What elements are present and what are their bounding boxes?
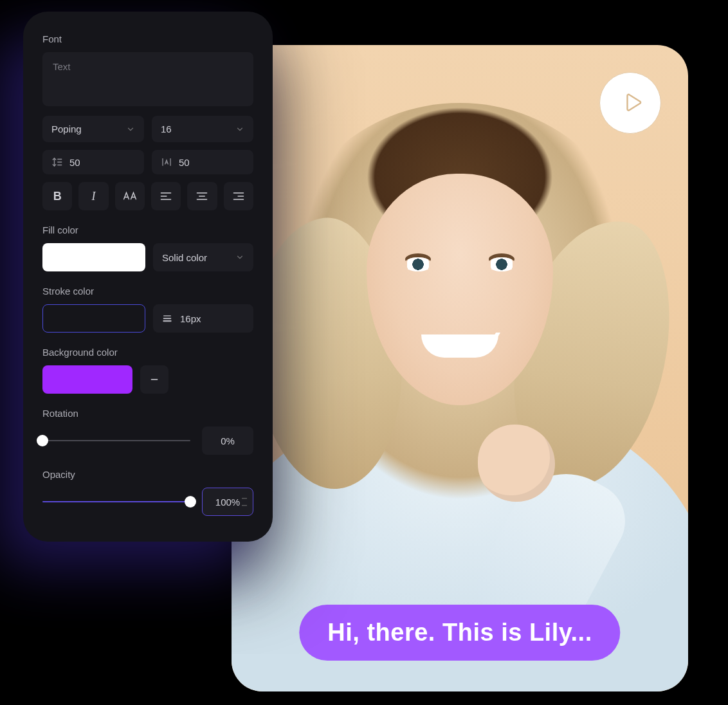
stroke-color-swatch[interactable] bbox=[42, 304, 145, 333]
align-center-button[interactable] bbox=[187, 182, 217, 210]
align-center-icon bbox=[196, 191, 208, 201]
font-label: Font bbox=[42, 33, 253, 44]
letter-spacing-value[interactable] bbox=[179, 157, 244, 168]
font-section: Font Poping 16 bbox=[42, 33, 253, 210]
stroke-color-section: Stroke color 16px bbox=[42, 286, 253, 333]
rotation-section: Rotation 0% bbox=[42, 408, 253, 455]
remove-background-button[interactable] bbox=[140, 365, 168, 394]
italic-icon: I bbox=[91, 190, 95, 203]
opacity-value[interactable]: 100% bbox=[202, 488, 253, 516]
play-button[interactable] bbox=[599, 72, 661, 134]
font-family-value: Poping bbox=[51, 124, 82, 134]
font-family-select[interactable]: Poping bbox=[42, 116, 144, 142]
fill-color-section: Fill color Solid color bbox=[42, 224, 253, 271]
background-color-section: Background color bbox=[42, 347, 253, 394]
letter-spacing-input[interactable] bbox=[152, 150, 253, 174]
caption-text: Hi, there. This is Lily... bbox=[327, 619, 592, 646]
chevron-down-icon bbox=[235, 253, 244, 262]
rotation-label: Rotation bbox=[42, 408, 253, 419]
line-height-icon bbox=[51, 156, 63, 168]
text-case-icon bbox=[123, 190, 137, 202]
letter-spacing-icon bbox=[161, 156, 172, 168]
play-icon bbox=[617, 91, 644, 114]
fill-mode-value: Solid color bbox=[162, 252, 207, 263]
align-left-icon bbox=[159, 191, 172, 201]
line-height-input[interactable] bbox=[42, 150, 144, 174]
align-right-icon bbox=[232, 191, 245, 201]
background-color-label: Background color bbox=[42, 347, 253, 358]
rotation-value[interactable]: 0% bbox=[202, 426, 253, 455]
stroke-width-input[interactable]: 16px bbox=[153, 304, 253, 333]
rotation-slider[interactable] bbox=[42, 432, 190, 450]
align-right-button[interactable] bbox=[224, 182, 253, 210]
photo-smile bbox=[415, 314, 505, 355]
bold-icon: B bbox=[53, 190, 62, 203]
stroke-width-icon bbox=[162, 313, 172, 324]
caption-pill: Hi, there. This is Lily... bbox=[299, 605, 620, 661]
fill-color-label: Fill color bbox=[42, 224, 253, 235]
fill-color-swatch[interactable] bbox=[42, 243, 145, 271]
fill-mode-select[interactable]: Solid color bbox=[153, 243, 253, 271]
font-size-select[interactable]: 16 bbox=[152, 116, 253, 142]
stroke-color-label: Stroke color bbox=[42, 286, 253, 297]
italic-button[interactable]: I bbox=[78, 182, 108, 210]
bold-button[interactable]: B bbox=[42, 182, 72, 210]
opacity-section: Opacity 100% bbox=[42, 469, 253, 516]
chevron-down-icon bbox=[235, 125, 244, 134]
opacity-slider[interactable] bbox=[42, 493, 190, 511]
preview-photo bbox=[232, 45, 688, 691]
photo-hand bbox=[478, 425, 555, 502]
video-preview-card: Hi, there. This is Lily... bbox=[232, 45, 688, 691]
font-size-value: 16 bbox=[161, 124, 172, 134]
chevron-down-icon bbox=[126, 125, 135, 134]
opacity-label: Opacity bbox=[42, 469, 253, 480]
align-left-button[interactable] bbox=[151, 182, 181, 210]
minus-icon bbox=[149, 374, 159, 385]
line-height-value[interactable] bbox=[69, 157, 135, 168]
background-color-swatch[interactable] bbox=[42, 365, 132, 394]
text-content-input[interactable] bbox=[42, 52, 253, 106]
stroke-width-value: 16px bbox=[180, 313, 201, 324]
text-case-button[interactable] bbox=[115, 182, 145, 210]
text-style-panel: Font Poping 16 bbox=[23, 12, 273, 542]
